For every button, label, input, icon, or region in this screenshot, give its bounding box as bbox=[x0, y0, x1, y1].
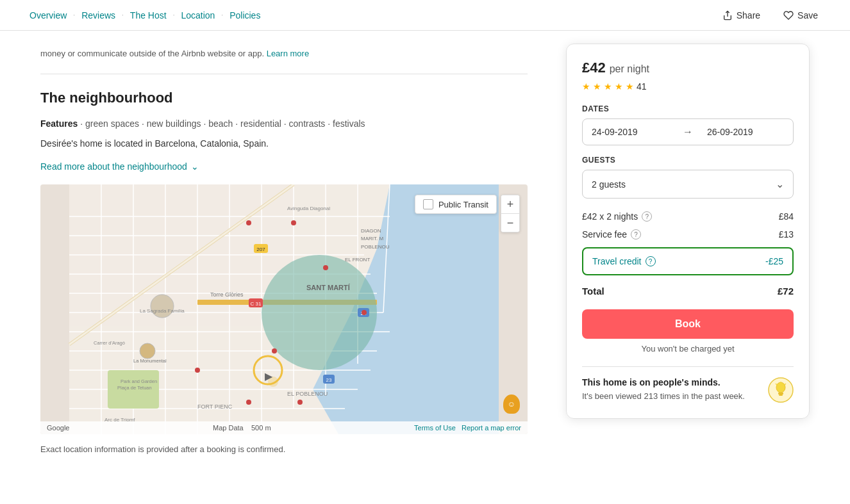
nights-label: £42 x 2 nights bbox=[582, 211, 638, 222]
svg-rect-66 bbox=[778, 393, 783, 394]
star-4: ★ bbox=[615, 81, 623, 92]
nav-overview[interactable]: Overview bbox=[26, 10, 71, 20]
svg-text:La Sagrada Família: La Sagrada Família bbox=[140, 308, 185, 314]
svg-text:▶: ▶ bbox=[265, 371, 273, 382]
features-line: Features · green spaces · new buildings … bbox=[40, 117, 528, 131]
nav-dot-2: · bbox=[122, 12, 124, 19]
location-description: Desirée's home is located in Barcelona, … bbox=[40, 138, 528, 149]
svg-point-27 bbox=[151, 295, 174, 318]
lightbulb-icon bbox=[768, 377, 794, 403]
transit-checkbox bbox=[423, 199, 433, 209]
chevron-down-icon: ⌄ bbox=[776, 178, 784, 190]
features-separator: · bbox=[80, 118, 85, 129]
service-fee-help-icon[interactable]: ? bbox=[631, 229, 641, 240]
dates-label: Dates bbox=[582, 104, 794, 113]
svg-point-60 bbox=[195, 368, 200, 373]
svg-point-59 bbox=[272, 348, 277, 354]
zoom-out-button[interactable]: − bbox=[501, 214, 519, 232]
service-fee-row: Service fee ? £13 bbox=[582, 229, 794, 240]
svg-point-62 bbox=[297, 400, 303, 405]
save-button[interactable]: Save bbox=[777, 6, 824, 24]
svg-point-55 bbox=[246, 220, 251, 225]
learn-more-link[interactable]: Learn more bbox=[267, 49, 309, 58]
svg-text:Carrer d'Aragó: Carrer d'Aragó bbox=[94, 340, 125, 346]
service-fee-value: £13 bbox=[779, 229, 794, 240]
price-amount: £42 bbox=[582, 60, 606, 76]
svg-text:Park and Garden: Park and Garden bbox=[121, 378, 157, 384]
travel-credit-help-icon[interactable]: ? bbox=[646, 256, 656, 266]
map-scale: Map Data 500 m bbox=[213, 424, 271, 432]
svg-text:EL FRONT: EL FRONT bbox=[345, 257, 370, 263]
svg-text:EL POBLENOU: EL POBLENOU bbox=[287, 391, 328, 397]
date-arrow-icon: → bbox=[678, 126, 698, 138]
price-per-night: per night bbox=[610, 63, 649, 75]
svg-text:C 31: C 31 bbox=[251, 301, 262, 307]
star-1: ★ bbox=[582, 81, 590, 92]
nav-policies[interactable]: Policies bbox=[226, 10, 264, 20]
booking-card: £42 per night ★ ★ ★ ★ ★ 41 Dates 24-09-2… bbox=[566, 44, 810, 419]
svg-point-65 bbox=[776, 382, 785, 393]
nav-dot-1: · bbox=[73, 12, 75, 19]
read-more-link[interactable]: Read more about the neighbourhood ⌄ bbox=[40, 161, 199, 172]
nav-reviews[interactable]: Reviews bbox=[78, 10, 119, 20]
main-container: money or communicate outside of the Airb… bbox=[15, 31, 835, 472]
report-map-error-link[interactable]: Report a map error bbox=[462, 424, 521, 432]
travel-credit-row: Travel credit ? -£25 bbox=[582, 247, 794, 275]
book-button[interactable]: Book bbox=[582, 309, 794, 339]
check-out-date[interactable]: 26-09-2019 bbox=[698, 119, 793, 145]
public-transit-toggle[interactable]: Public Transit bbox=[415, 195, 497, 214]
map-caption: Exact location information is provided a… bbox=[40, 444, 528, 454]
features-label: Features bbox=[40, 118, 78, 129]
travel-credit-label: Travel credit bbox=[592, 256, 642, 266]
zoom-controls: + − bbox=[501, 195, 520, 232]
svg-point-57 bbox=[323, 265, 328, 270]
heart-icon bbox=[783, 10, 794, 20]
star-2: ★ bbox=[593, 81, 601, 92]
nights-help-icon[interactable]: ? bbox=[642, 211, 652, 222]
popular-title: This home is on people's minds. bbox=[582, 377, 758, 387]
map-svg: SANT MARTÍ FORT PIENC EL POBLENOU La Sag… bbox=[40, 184, 528, 434]
svg-rect-67 bbox=[779, 394, 783, 396]
total-label: Total bbox=[582, 286, 604, 297]
guests-value: 2 guests bbox=[592, 179, 626, 190]
stars-row: ★ ★ ★ ★ ★ 41 bbox=[582, 81, 794, 92]
left-column: money or communicate outside of the Airb… bbox=[40, 44, 528, 459]
neighbourhood-title: The neighbourhood bbox=[40, 90, 528, 106]
star-3: ★ bbox=[604, 81, 612, 92]
share-icon bbox=[722, 10, 733, 20]
no-charge-text: You won't be charged yet bbox=[582, 344, 794, 354]
nav-location[interactable]: Location bbox=[177, 10, 219, 20]
svg-text:207: 207 bbox=[256, 247, 265, 252]
nav-dot-4: · bbox=[221, 12, 223, 19]
pegman-icon[interactable]: ☺ bbox=[503, 394, 520, 414]
public-transit-label: Public Transit bbox=[438, 200, 488, 209]
dates-row: 24-09-2019 → 26-09-2019 bbox=[582, 118, 794, 145]
features-items: green spaces · new buildings · beach · r… bbox=[85, 118, 365, 129]
review-count: 41 bbox=[637, 81, 647, 92]
check-in-date[interactable]: 24-09-2019 bbox=[583, 119, 678, 145]
svg-text:Plaça de Tetuan: Plaça de Tetuan bbox=[117, 385, 152, 391]
google-brand: Google bbox=[47, 424, 69, 432]
section-divider bbox=[40, 74, 528, 74]
nav-links: Overview · Reviews · The Host · Location… bbox=[26, 10, 264, 20]
share-button[interactable]: Share bbox=[716, 6, 767, 24]
star-5: ★ bbox=[626, 81, 634, 92]
guests-label: Guests bbox=[582, 156, 794, 165]
svg-text:Torre Glòries: Torre Glòries bbox=[210, 291, 244, 298]
chevron-down-icon: ⌄ bbox=[191, 161, 199, 172]
nights-fee-row: £42 x 2 nights ? £84 bbox=[582, 211, 794, 222]
svg-text:DIAGON: DIAGON bbox=[361, 228, 381, 234]
price-row: £42 per night bbox=[582, 60, 794, 76]
nav-the-host[interactable]: The Host bbox=[126, 10, 171, 20]
svg-point-58 bbox=[362, 310, 367, 315]
nav-dot-3: · bbox=[173, 12, 175, 19]
svg-text:FORT PIENC: FORT PIENC bbox=[197, 403, 233, 410]
terms-of-use-link[interactable]: Terms of Use bbox=[414, 424, 456, 432]
popular-section: This home is on people's minds. It's bee… bbox=[582, 366, 794, 403]
svg-text:La Monumental: La Monumental bbox=[133, 358, 167, 364]
zoom-in-button[interactable]: + bbox=[501, 195, 519, 213]
popular-description: It's been viewed 213 times in the past w… bbox=[582, 390, 758, 403]
total-value: £72 bbox=[778, 286, 794, 297]
top-navigation: Overview · Reviews · The Host · Location… bbox=[0, 0, 850, 31]
guests-selector[interactable]: 2 guests ⌄ bbox=[582, 170, 794, 199]
